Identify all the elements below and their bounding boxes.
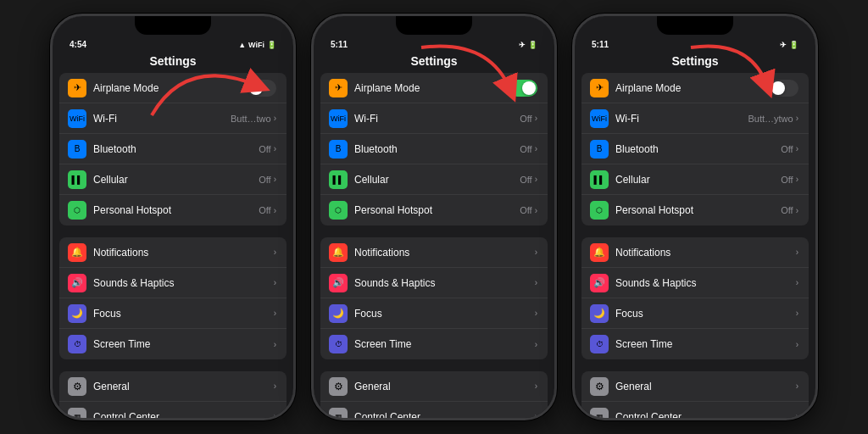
phone-2: 5:11 ✈ 🔋 Settings ✈ Airplane Mode bbox=[311, 14, 557, 420]
wifi-label-2: Wi-Fi bbox=[354, 113, 520, 125]
wifi-label-1: Wi-Fi bbox=[93, 113, 231, 125]
controlcenter-row-2[interactable]: ▦ Control Center › bbox=[320, 402, 548, 418]
controlcenter-label-2: Control Center bbox=[354, 411, 535, 419]
notifications-icon-1: 🔔 bbox=[68, 243, 86, 262]
wifi-label-3: Wi-Fi bbox=[615, 113, 748, 125]
bluetooth-row-2[interactable]: B Bluetooth Off › bbox=[320, 134, 548, 164]
bluetooth-row-3[interactable]: B Bluetooth Off › bbox=[581, 134, 809, 164]
general-label-2: General bbox=[354, 381, 535, 392]
bluetooth-value-2: Off bbox=[520, 144, 531, 154]
focus-row-3[interactable]: 🌙 Focus › bbox=[581, 298, 809, 329]
hotspot-row-1[interactable]: ⬡ Personal Hotspot Off › bbox=[59, 195, 287, 225]
phone-frame-2: 5:11 ✈ 🔋 Settings ✈ Airplane Mode bbox=[311, 14, 557, 420]
sounds-row-1[interactable]: 🔊 Sounds & Haptics › bbox=[59, 268, 287, 298]
focus-row-1[interactable]: 🌙 Focus › bbox=[59, 298, 287, 329]
sounds-label-2: Sounds & Haptics bbox=[354, 277, 535, 289]
notifications-row-1[interactable]: 🔔 Notifications › bbox=[59, 237, 287, 268]
wifi-row-3[interactable]: WiFi Wi-Fi Butt…ytwo › bbox=[581, 103, 809, 134]
hotspot-value-1: Off bbox=[259, 205, 270, 215]
general-row-1[interactable]: ⚙ General › bbox=[59, 371, 287, 402]
notifications-row-2[interactable]: 🔔 Notifications › bbox=[320, 237, 548, 268]
sounds-icon-2: 🔊 bbox=[329, 274, 348, 292]
cellular-icon-2: ▌▌ bbox=[329, 170, 348, 189]
hotspot-chevron-3: › bbox=[796, 206, 798, 215]
cellular-icon-1: ▌▌ bbox=[68, 170, 86, 189]
cellular-row-1[interactable]: ▌▌ Cellular Off › bbox=[59, 164, 287, 195]
notifications-icon-3: 🔔 bbox=[590, 243, 609, 262]
focus-row-2[interactable]: 🌙 Focus › bbox=[320, 298, 548, 329]
general-chevron-2: › bbox=[535, 381, 537, 391]
controlcenter-chevron-3: › bbox=[796, 412, 798, 418]
settings-title-1: Settings bbox=[53, 53, 293, 73]
notifications-label-3: Notifications bbox=[615, 247, 796, 259]
sounds-row-3[interactable]: 🔊 Sounds & Haptics › bbox=[581, 268, 809, 298]
airplane-toggle-1[interactable] bbox=[248, 80, 276, 97]
phone-3: 5:11 ✈ 🔋 Settings ✈ Airplane Mode bbox=[572, 14, 818, 420]
cellular-row-2[interactable]: ▌▌ Cellular Off › bbox=[320, 164, 548, 195]
cellular-label-1: Cellular bbox=[93, 174, 259, 186]
notifications-label-2: Notifications bbox=[354, 247, 535, 259]
notify-group-3: 🔔 Notifications › 🔊 Sounds & Haptics › 🌙… bbox=[581, 237, 809, 359]
controlcenter-chevron-2: › bbox=[535, 412, 537, 418]
bluetooth-icon-3: B bbox=[590, 140, 609, 159]
cellular-chevron-3: › bbox=[796, 175, 798, 184]
general-icon-3: ⚙ bbox=[590, 377, 609, 396]
hotspot-icon-3: ⬡ bbox=[590, 201, 609, 220]
hotspot-label-2: Personal Hotspot bbox=[354, 204, 520, 216]
focus-label-2: Focus bbox=[354, 308, 535, 320]
bluetooth-label-2: Bluetooth bbox=[354, 143, 520, 155]
notifications-chevron-2: › bbox=[535, 248, 537, 257]
bluetooth-value-1: Off bbox=[259, 144, 270, 154]
wifi-chevron-3: › bbox=[796, 114, 798, 123]
general-label-3: General bbox=[615, 381, 796, 392]
status-icons-3: ✈ 🔋 bbox=[780, 41, 798, 49]
wifi-chevron-1: › bbox=[274, 114, 276, 123]
general-icon-2: ⚙ bbox=[329, 377, 348, 396]
phone-frame-1: 4:54 ▲ WiFi 🔋 Settings ✈ Airplane Mode bbox=[50, 14, 296, 420]
notify-group-1: 🔔 Notifications › 🔊 Sounds & Haptics › 🌙… bbox=[59, 237, 287, 359]
wifi-row-2[interactable]: WiFi Wi-Fi Off › bbox=[320, 103, 548, 134]
phone-screen-2: 5:11 ✈ 🔋 Settings ✈ Airplane Mode bbox=[314, 16, 554, 418]
cellular-row-3[interactable]: ▌▌ Cellular Off › bbox=[581, 164, 809, 195]
bluetooth-row-1[interactable]: B Bluetooth Off › bbox=[59, 134, 287, 164]
hotspot-chevron-2: › bbox=[535, 206, 537, 215]
controlcenter-label-1: Control Center bbox=[93, 411, 274, 419]
controlcenter-icon-1: ▦ bbox=[68, 408, 86, 419]
status-icons-1: ▲ WiFi 🔋 bbox=[238, 41, 276, 49]
cellular-value-2: Off bbox=[520, 175, 531, 185]
focus-icon-1: 🌙 bbox=[68, 304, 86, 323]
wifi-row-1[interactable]: WiFi Wi-Fi Butt…two › bbox=[59, 103, 287, 134]
settings-title-3: Settings bbox=[575, 53, 815, 73]
screentime-chevron-3: › bbox=[796, 340, 798, 349]
time-2: 5:11 bbox=[331, 40, 348, 49]
controlcenter-row-1[interactable]: ▦ Control Center › bbox=[59, 402, 287, 418]
controlcenter-row-3[interactable]: ▦ Control Center › bbox=[581, 402, 809, 418]
hotspot-chevron-1: › bbox=[274, 206, 276, 215]
hotspot-row-3[interactable]: ⬡ Personal Hotspot Off › bbox=[581, 195, 809, 225]
network-group-1: ✈ Airplane Mode WiFi Wi-Fi Butt…two › bbox=[59, 73, 287, 225]
hotspot-icon-1: ⬡ bbox=[68, 201, 86, 220]
notifications-chevron-1: › bbox=[274, 248, 276, 257]
notifications-row-3[interactable]: 🔔 Notifications › bbox=[581, 237, 809, 268]
airplane-row-3[interactable]: ✈ Airplane Mode bbox=[581, 73, 809, 103]
sounds-chevron-2: › bbox=[535, 278, 537, 287]
airplane-row-1[interactable]: ✈ Airplane Mode bbox=[59, 73, 287, 103]
screentime-row-3[interactable]: ⏱ Screen Time › bbox=[581, 329, 809, 359]
sounds-row-2[interactable]: 🔊 Sounds & Haptics › bbox=[320, 268, 548, 298]
screentime-row-2[interactable]: ⏱ Screen Time › bbox=[320, 329, 548, 359]
status-bar-2: 5:11 ✈ 🔋 bbox=[314, 38, 554, 53]
settings-title-2: Settings bbox=[314, 53, 554, 73]
hotspot-row-2[interactable]: ⬡ Personal Hotspot Off › bbox=[320, 195, 548, 225]
screentime-icon-2: ⏱ bbox=[329, 335, 348, 353]
wifi-icon-1: WiFi bbox=[68, 109, 86, 128]
general-row-3[interactable]: ⚙ General › bbox=[581, 371, 809, 402]
general-chevron-1: › bbox=[274, 381, 276, 391]
general-label-1: General bbox=[93, 381, 274, 392]
screentime-row-1[interactable]: ⏱ Screen Time › bbox=[59, 329, 287, 359]
airplane-row-2[interactable]: ✈ Airplane Mode bbox=[320, 73, 548, 103]
screentime-label-3: Screen Time bbox=[615, 338, 796, 350]
controlcenter-label-3: Control Center bbox=[615, 411, 796, 419]
general-row-2[interactable]: ⚙ General › bbox=[320, 371, 548, 402]
airplane-toggle-2[interactable] bbox=[509, 80, 537, 97]
airplane-toggle-3[interactable] bbox=[770, 80, 798, 97]
